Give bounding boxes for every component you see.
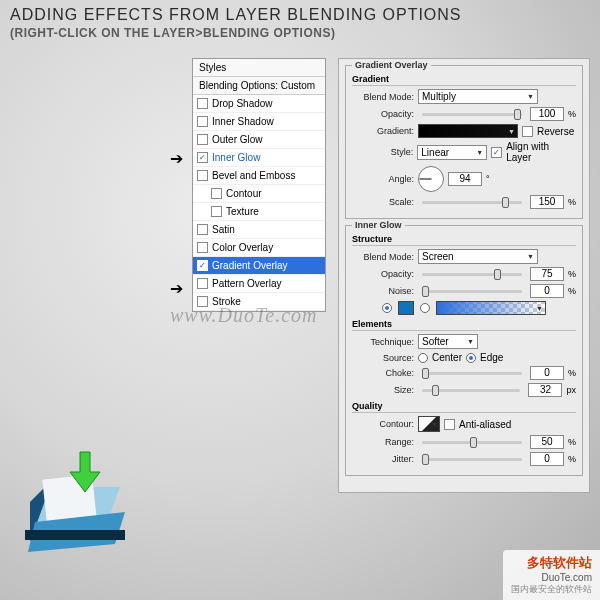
align-checkbox[interactable]: ✓ (491, 147, 502, 158)
opacity-input[interactable]: 75 (530, 267, 564, 281)
range-label: Range: (352, 437, 414, 447)
opacity-input[interactable]: 100 (530, 107, 564, 121)
unit: % (568, 437, 576, 447)
technique-dropdown[interactable]: Softer▼ (418, 334, 478, 349)
effect-checkbox[interactable] (197, 116, 208, 127)
chevron-down-icon: ▼ (527, 253, 534, 260)
angle-input[interactable]: 94 (448, 172, 482, 186)
gradient-picker[interactable]: ▼ (418, 124, 518, 138)
noise-input[interactable]: 0 (530, 284, 564, 298)
effect-checkbox[interactable] (197, 242, 208, 253)
unit: % (568, 197, 576, 207)
styles-item[interactable]: Inner Shadow (193, 113, 325, 131)
style-dropdown[interactable]: Linear▼ (417, 145, 487, 160)
reverse-checkbox[interactable] (522, 126, 533, 137)
blend-mode-dropdown[interactable]: Multiply▼ (418, 89, 538, 104)
styles-item-label: Drop Shadow (212, 98, 273, 109)
structure-label: Structure (352, 234, 576, 246)
styles-item-label: Color Overlay (212, 242, 273, 253)
styles-panel: Styles Blending Options: Custom Drop Sha… (192, 58, 326, 312)
chevron-down-icon: ▼ (508, 128, 515, 135)
chevron-down-icon: ▼ (431, 421, 438, 428)
scale-slider[interactable] (422, 201, 522, 204)
styles-item[interactable]: Bevel and Emboss (193, 167, 325, 185)
jitter-label: Jitter: (352, 454, 414, 464)
styles-item[interactable]: Outer Glow (193, 131, 325, 149)
size-input[interactable]: 32 (528, 383, 562, 397)
fieldset-legend: Inner Glow (352, 220, 405, 230)
effect-checkbox[interactable] (211, 188, 222, 199)
effect-checkbox[interactable] (197, 278, 208, 289)
styles-item[interactable]: Drop Shadow (193, 95, 325, 113)
folder-download-icon (20, 442, 140, 562)
technique-label: Technique: (352, 337, 414, 347)
gradient-section-label: Gradient (352, 74, 576, 86)
glow-gradient-picker[interactable]: ▼ (436, 301, 546, 315)
source-center-label: Center (432, 352, 462, 363)
unit: % (568, 109, 576, 119)
size-label: Size: (352, 385, 414, 395)
jitter-slider[interactable] (422, 458, 522, 461)
jitter-input[interactable]: 0 (530, 452, 564, 466)
anti-aliased-checkbox[interactable] (444, 419, 455, 430)
styles-item[interactable]: Texture (193, 203, 325, 221)
unit: px (566, 385, 576, 395)
styles-blending-options[interactable]: Blending Options: Custom (193, 77, 325, 95)
gradient-overlay-group: Gradient Overlay Gradient Blend Mode: Mu… (345, 65, 583, 219)
angle-label: Angle: (352, 174, 414, 184)
styles-header: Styles (193, 59, 325, 77)
choke-input[interactable]: 0 (530, 366, 564, 380)
styles-item[interactable]: Satin (193, 221, 325, 239)
chevron-down-icon: ▼ (467, 338, 474, 345)
scale-input[interactable]: 150 (530, 195, 564, 209)
choke-slider[interactable] (422, 372, 522, 375)
effect-checkbox[interactable] (211, 206, 222, 217)
styles-item[interactable]: Pattern Overlay (193, 275, 325, 293)
page-title: ADDING EFFECTS FROM LAYER BLENDING OPTIO… (10, 6, 462, 24)
chevron-down-icon: ▼ (527, 93, 534, 100)
contour-picker[interactable]: ▼ (418, 416, 440, 432)
elements-label: Elements (352, 319, 576, 331)
styles-item-label: Inner Shadow (212, 116, 274, 127)
color-source-radio[interactable] (382, 303, 392, 313)
chevron-down-icon: ▼ (476, 149, 483, 156)
glow-color-swatch[interactable] (398, 301, 414, 315)
styles-item[interactable]: ✓Inner Glow (193, 149, 325, 167)
anti-aliased-label: Anti-aliased (459, 419, 511, 430)
effect-checkbox[interactable]: ✓ (197, 152, 208, 163)
unit: % (568, 368, 576, 378)
align-label: Align with Layer (506, 141, 576, 163)
source-label: Source: (352, 353, 414, 363)
source-edge-radio[interactable] (466, 353, 476, 363)
angle-dial[interactable] (418, 166, 444, 192)
effect-checkbox[interactable] (197, 98, 208, 109)
opacity-slider[interactable] (422, 273, 522, 276)
scale-label: Scale: (352, 197, 414, 207)
range-input[interactable]: 50 (530, 435, 564, 449)
range-slider[interactable] (422, 441, 522, 444)
styles-item[interactable]: ✓Gradient Overlay (193, 257, 325, 275)
watermark-text: www.DuoTe.com (170, 304, 317, 327)
styles-item-label: Gradient Overlay (212, 260, 288, 271)
size-slider[interactable] (422, 389, 520, 392)
styles-item[interactable]: Color Overlay (193, 239, 325, 257)
source-center-radio[interactable] (418, 353, 428, 363)
blend-mode-dropdown[interactable]: Screen▼ (418, 249, 538, 264)
styles-item-label: Outer Glow (212, 134, 263, 145)
opacity-slider[interactable] (422, 113, 522, 116)
noise-slider[interactable] (422, 290, 522, 293)
effect-checkbox[interactable] (197, 224, 208, 235)
unit: % (568, 286, 576, 296)
effect-checkbox[interactable] (197, 134, 208, 145)
gradient-source-radio[interactable] (420, 303, 430, 313)
effect-checkbox[interactable] (197, 170, 208, 181)
reverse-label: Reverse (537, 126, 574, 137)
effect-checkbox[interactable]: ✓ (197, 260, 208, 271)
settings-panel: Gradient Overlay Gradient Blend Mode: Mu… (338, 58, 590, 493)
choke-label: Choke: (352, 368, 414, 378)
styles-item[interactable]: Contour (193, 185, 325, 203)
arrow-right-icon: ➔ (170, 279, 183, 298)
opacity-label: Opacity: (352, 109, 414, 119)
noise-label: Noise: (352, 286, 414, 296)
styles-item-label: Satin (212, 224, 235, 235)
